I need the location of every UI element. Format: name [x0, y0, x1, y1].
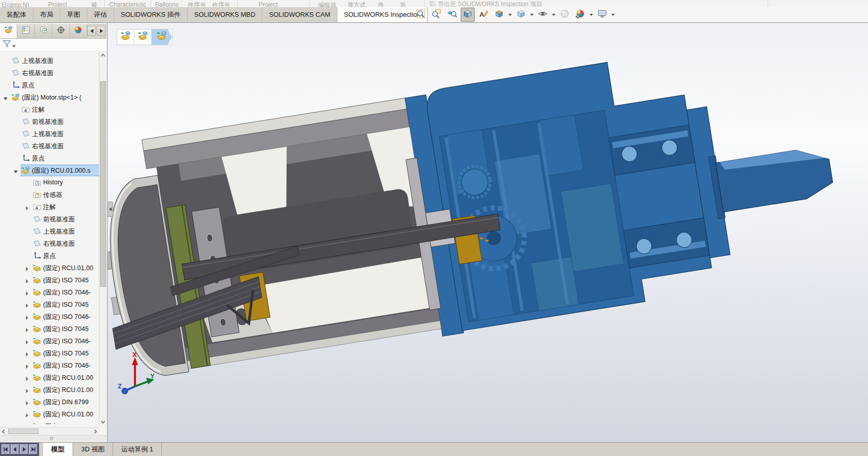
tree-item[interactable]: 右视基准面 — [0, 238, 99, 250]
manager-tabs-right-arrow[interactable] — [97, 26, 106, 36]
breadcrumb-item-3[interactable] — [152, 29, 172, 45]
panel-collapse-tab[interactable] — [108, 202, 113, 217]
tree-collapse-arrow[interactable] — [24, 424, 30, 424]
scroll-right-arrow[interactable] — [92, 428, 99, 435]
zoom-to-fit-button[interactable] — [413, 8, 428, 22]
tree-item[interactable]: 上视基准面 — [0, 225, 99, 238]
vertical-scroll-thumb[interactable] — [100, 81, 106, 287]
document-tab-3D 视图[interactable]: 3D 视图 — [73, 443, 113, 456]
tree-item[interactable]: 前视基准面 — [0, 116, 99, 128]
document-tab-模型[interactable]: 模型 — [43, 443, 73, 456]
tree-item[interactable]: 原点 — [0, 250, 99, 262]
tree-item[interactable]: 右视基准面 — [0, 140, 99, 152]
tree-collapse-arrow[interactable] — [24, 338, 30, 344]
scroll-up-arrow[interactable] — [99, 52, 107, 59]
apply-scene-button[interactable] — [573, 8, 587, 22]
breadcrumb-item-2[interactable] — [134, 29, 152, 45]
tree-item[interactable]: (固定) RCU.01.000.s — [0, 165, 99, 177]
tree-item[interactable]: History — [0, 177, 99, 189]
manager-tab-propertymanager[interactable] — [17, 24, 34, 38]
view-settings-button[interactable] — [595, 8, 609, 22]
scroll-left-arrow[interactable] — [0, 428, 7, 435]
command-tab-评估[interactable]: 评估 — [87, 7, 114, 22]
hide-show-items-dropdown-caret[interactable] — [551, 8, 556, 21]
tree-item[interactable]: (固定) RCU.01.00 — [0, 408, 99, 420]
tree-collapse-arrow[interactable] — [24, 350, 30, 356]
tree-collapse-arrow[interactable] — [24, 375, 30, 381]
scroll-down-arrow[interactable] — [99, 418, 107, 426]
command-tab-SOLIDWORKS 插件[interactable]: SOLIDWORKS 插件 — [114, 7, 188, 22]
tree-item[interactable]: 原点 — [0, 79, 99, 91]
tree-item[interactable]: (固定) ISO 7046- — [0, 335, 99, 347]
tab-scroll-next-button[interactable] — [20, 444, 28, 454]
manager-tab-displaymanager[interactable] — [70, 24, 87, 38]
tree-collapse-arrow[interactable] — [24, 265, 30, 271]
document-tab-运动算例 1[interactable]: 运动算例 1 — [113, 443, 162, 456]
tree-item[interactable]: (固定) ISO 7045 — [0, 299, 99, 311]
tree-item[interactable]: (固定) ISO 7045 — [0, 347, 99, 360]
zoom-to-area-button[interactable] — [429, 8, 443, 22]
tree-item[interactable]: 上视基准面 — [0, 55, 99, 67]
tree-expand-arrow[interactable] — [13, 168, 19, 174]
tree-horizontal-scrollbar[interactable] — [0, 427, 99, 435]
tree-item[interactable]: (固定) RCU.01.00 — [0, 372, 99, 384]
display-style-dropdown-caret[interactable] — [530, 8, 534, 21]
tree-collapse-arrow[interactable] — [24, 277, 30, 283]
tab-scroll-first-button[interactable] — [2, 444, 10, 454]
tree-collapse-arrow[interactable] — [24, 314, 30, 320]
display-style-button[interactable] — [514, 8, 528, 22]
view-orientation-button[interactable] — [492, 8, 506, 22]
tree-collapse-arrow[interactable] — [24, 302, 30, 308]
manager-tab-featuremanager-tree[interactable] — [0, 24, 17, 38]
previous-view-button[interactable] — [445, 8, 459, 22]
tree-item[interactable]: (固定) Motor.stp<1> ( — [0, 91, 99, 104]
filter-dropdown-caret[interactable] — [12, 41, 16, 50]
command-tab-布局[interactable]: 布局 — [33, 7, 60, 22]
splitter-handle-dot[interactable] — [50, 437, 53, 440]
manager-tab-dimxpertmanager[interactable] — [52, 24, 70, 38]
model-canvas[interactable] — [108, 23, 868, 442]
tree-item[interactable]: 上视基准面 — [0, 128, 99, 140]
tree-item[interactable]: A注解 — [0, 201, 99, 213]
tree-collapse-arrow[interactable] — [24, 326, 30, 332]
tree-collapse-arrow[interactable] — [24, 289, 30, 296]
tree-collapse-arrow[interactable] — [24, 363, 30, 369]
tree-item[interactable]: (固定) ISO 7045 — [0, 323, 99, 335]
tree-vertical-scrollbar[interactable] — [99, 52, 107, 426]
tree-collapse-arrow[interactable] — [24, 411, 30, 417]
command-tab-草图[interactable]: 草图 — [60, 7, 87, 22]
panel-splitter[interactable] — [0, 435, 107, 443]
view-settings-dropdown-caret[interactable] — [611, 8, 615, 21]
filter-funnel-icon[interactable] — [2, 39, 12, 51]
manager-tabs-left-arrow[interactable] — [87, 26, 96, 36]
horizontal-scroll-thumb[interactable] — [8, 429, 39, 434]
tree-item[interactable]: 原点 — [0, 152, 99, 165]
tree-expand-arrow[interactable] — [3, 94, 9, 101]
tree-item[interactable]: (固定) RCU.01.00 — [0, 384, 99, 396]
edit-appearance-button[interactable] — [558, 8, 572, 22]
hide-show-items-button[interactable] — [536, 8, 550, 22]
section-view-button[interactable] — [461, 8, 475, 22]
graphics-viewport[interactable]: X Y Z — [107, 23, 868, 442]
command-tab-SOLIDWORKS MBD[interactable]: SOLIDWORKS MBD — [188, 7, 263, 22]
tree-item[interactable]: (固定) ISO 7045 — [0, 274, 99, 286]
tree-item[interactable]: A注解 — [0, 104, 99, 116]
tree-item[interactable]: 前视基准面 — [0, 213, 99, 225]
tree-item[interactable]: 右视基准面 — [0, 67, 99, 79]
tab-scroll-last-button[interactable] — [29, 444, 38, 454]
tree-item[interactable]: (固定) ISO 7046- — [0, 360, 99, 372]
tree-item[interactable]: (固定) RCU.01.0 — [0, 420, 99, 424]
tree-item[interactable]: 传感器 — [0, 189, 99, 201]
view-orientation-dropdown-caret[interactable] — [508, 8, 512, 21]
tree-collapse-arrow[interactable] — [24, 399, 30, 405]
breadcrumb-item-1[interactable] — [117, 29, 134, 45]
tree-item[interactable]: (固定) ISO 7046- — [0, 311, 99, 323]
tree-collapse-arrow[interactable] — [24, 204, 30, 210]
tree-item[interactable]: (固定) ISO 7046- — [0, 286, 99, 299]
command-tab-装配体[interactable]: 装配体 — [0, 7, 33, 22]
tree-item[interactable]: (固定) DIN 6799 — [0, 396, 99, 408]
apply-scene-dropdown-caret[interactable] — [589, 8, 594, 21]
tree-item[interactable]: (固定) RCU.01.00 — [0, 262, 99, 274]
command-tab-SOLIDWORKS CAM[interactable]: SOLIDWORKS CAM — [262, 7, 337, 22]
dynamic-annotation-views-button[interactable]: A — [476, 8, 491, 22]
